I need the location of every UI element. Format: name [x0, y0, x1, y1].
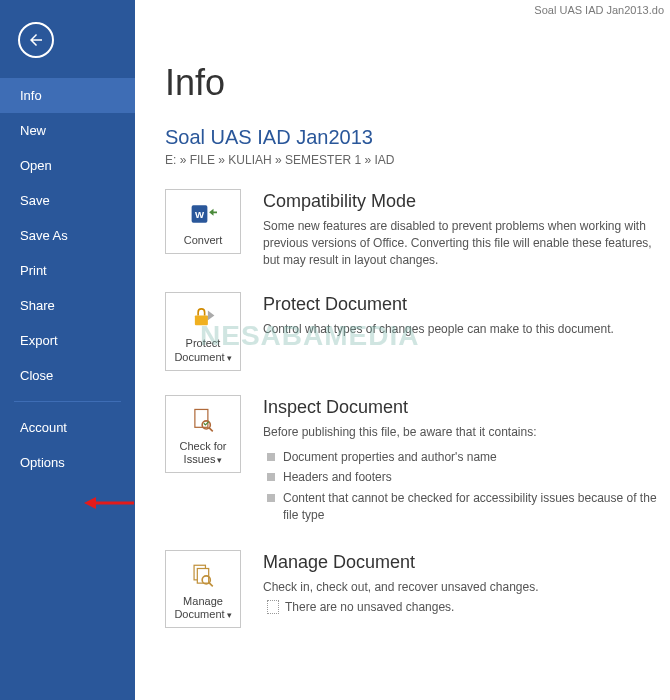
document-path: E: » FILE » KULIAH » SEMESTER 1 » IAD [165, 153, 670, 167]
section-protect: Protect Document▾ Protect Document Contr… [165, 292, 670, 370]
protect-desc: Control what types of changes people can… [263, 321, 670, 338]
back-button[interactable] [18, 22, 54, 58]
chevron-down-icon: ▾ [217, 455, 222, 465]
inspect-title: Inspect Document [263, 397, 670, 418]
nav-open[interactable]: Open [0, 148, 135, 183]
svg-text:W: W [195, 209, 205, 220]
section-compatibility: W Convert Compatibility Mode Some new fe… [165, 189, 670, 268]
nav-new[interactable]: New [0, 113, 135, 148]
nav-separator [14, 401, 121, 402]
svg-rect-2 [195, 316, 208, 326]
protect-label: Protect Document▾ [168, 337, 238, 363]
inspect-bullets: Document properties and author's name He… [263, 447, 670, 526]
compat-desc: Some new features are disabled to preven… [263, 218, 670, 268]
manage-title: Manage Document [263, 552, 670, 573]
inspect-bullet: Content that cannot be checked for acces… [263, 488, 670, 526]
lock-shield-icon [187, 301, 219, 333]
nav-save[interactable]: Save [0, 183, 135, 218]
chevron-down-icon: ▾ [227, 610, 232, 620]
page-heading: Info [165, 62, 670, 104]
arrow-left-icon [27, 31, 45, 49]
inspect-document-icon [187, 404, 219, 436]
unsaved-status: There are no unsaved changes. [263, 596, 670, 615]
nav-share[interactable]: Share [0, 288, 135, 323]
nav-account[interactable]: Account [0, 410, 135, 445]
inspect-desc: Before publishing this file, be aware th… [263, 424, 670, 441]
convert-button[interactable]: W Convert [165, 189, 241, 254]
nav-info[interactable]: Info [0, 78, 135, 113]
window-title: Soal UAS IAD Jan2013.do [165, 0, 670, 18]
svg-line-5 [209, 427, 213, 431]
compat-title: Compatibility Mode [263, 191, 670, 212]
nav-close[interactable]: Close [0, 358, 135, 393]
inspect-bullet: Headers and footers [263, 467, 670, 488]
nav-print[interactable]: Print [0, 253, 135, 288]
nav-options[interactable]: Options [0, 445, 135, 480]
inspect-bullet: Document properties and author's name [263, 447, 670, 468]
section-manage: Manage Document▾ Manage Document Check i… [165, 550, 670, 628]
manage-document-button[interactable]: Manage Document▾ [165, 550, 241, 628]
document-outline-icon [267, 600, 279, 614]
check-issues-label: Check for Issues▾ [168, 440, 238, 466]
main-panel: Soal UAS IAD Jan2013.do Info Soal UAS IA… [135, 0, 670, 700]
section-inspect: Check for Issues▾ Inspect Document Befor… [165, 395, 670, 526]
protect-title: Protect Document [263, 294, 670, 315]
nav-export[interactable]: Export [0, 323, 135, 358]
manage-document-icon [187, 559, 219, 591]
manage-desc: Check in, check out, and recover unsaved… [263, 579, 670, 596]
word-convert-icon: W [187, 198, 219, 230]
chevron-down-icon: ▾ [227, 353, 232, 363]
svg-line-9 [209, 582, 213, 586]
convert-label: Convert [168, 234, 238, 247]
nav-save-as[interactable]: Save As [0, 218, 135, 253]
manage-label: Manage Document▾ [168, 595, 238, 621]
document-title: Soal UAS IAD Jan2013 [165, 126, 670, 149]
backstage-sidebar: Info New Open Save Save As Print Share E… [0, 0, 135, 700]
protect-document-button[interactable]: Protect Document▾ [165, 292, 241, 370]
check-for-issues-button[interactable]: Check for Issues▾ [165, 395, 241, 473]
